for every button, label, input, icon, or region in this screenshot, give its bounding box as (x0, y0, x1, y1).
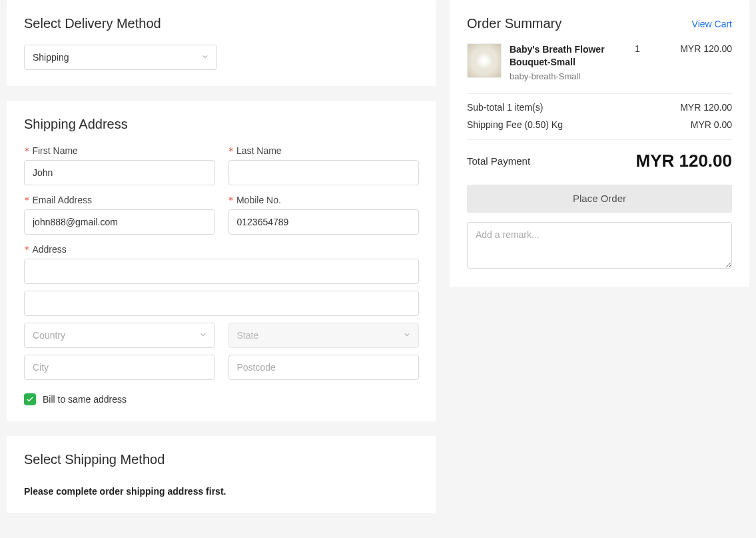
subtotal-label: Sub-total 1 item(s) (467, 102, 543, 113)
total-amount: MYR 120.00 (635, 151, 732, 171)
view-cart-link[interactable]: View Cart (692, 19, 732, 29)
shipping-method-panel: Select Shipping Method Please complete o… (7, 436, 436, 513)
first-name-input[interactable] (24, 160, 215, 185)
mobile-input[interactable] (228, 209, 420, 235)
delivery-method-select-wrap: Shipping (24, 45, 217, 70)
email-label: *Email Address (24, 195, 215, 205)
mobile-label: *Mobile No. (228, 195, 420, 205)
bill-same-checkbox[interactable] (24, 393, 36, 405)
product-sku: baby-breath-Small (510, 71, 616, 81)
first-name-label: *First Name (24, 145, 215, 156)
product-name: Baby's Breath Flower Bouquet-Small (510, 43, 616, 69)
last-name-input[interactable] (228, 160, 420, 185)
state-select[interactable]: State (228, 323, 420, 348)
shipping-method-title: Select Shipping Method (24, 452, 419, 467)
last-name-label: *Last Name (228, 145, 420, 156)
remark-textarea[interactable] (467, 222, 732, 269)
city-input[interactable] (24, 355, 215, 380)
order-summary-title: Order Summary (467, 16, 562, 31)
postcode-input[interactable] (228, 355, 420, 380)
total-label: Total Payment (467, 155, 530, 167)
shipping-method-message: Please complete order shipping address f… (24, 486, 419, 497)
shipping-fee-value: MYR 0.00 (691, 119, 732, 130)
order-summary-panel: Order Summary View Cart Baby's Breath Fl… (450, 0, 749, 287)
shipping-address-title: Shipping Address (24, 117, 419, 132)
address-line2-input[interactable] (24, 291, 419, 316)
email-input[interactable] (24, 209, 215, 235)
product-thumbnail (467, 43, 502, 78)
delivery-method-panel: Select Delivery Method Shipping (7, 0, 436, 86)
delivery-method-title: Select Delivery Method (24, 16, 419, 31)
cart-item-row: Baby's Breath Flower Bouquet-Small baby-… (467, 43, 732, 93)
address-label: *Address (24, 244, 419, 255)
place-order-button[interactable]: Place Order (467, 185, 732, 213)
shipping-fee-label: Shipping Fee (0.50) Kg (467, 119, 563, 130)
bill-same-label: Bill to same address (43, 394, 127, 405)
product-price: MYR 120.00 (659, 43, 732, 81)
delivery-method-select[interactable]: Shipping (24, 45, 217, 70)
address-line1-input[interactable] (24, 259, 419, 284)
product-qty: 1 (624, 43, 651, 81)
country-select[interactable]: Country (24, 323, 215, 348)
subtotal-value: MYR 120.00 (680, 102, 732, 113)
shipping-address-panel: Shipping Address *First Name *Last Name … (7, 101, 436, 421)
